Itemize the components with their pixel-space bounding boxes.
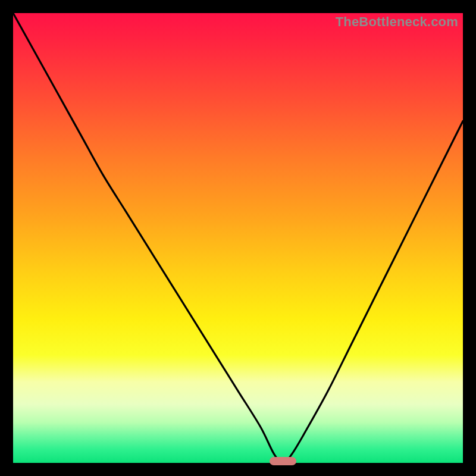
plot-area: TheBottleneck.com [13,13,463,463]
optimum-marker [270,457,296,465]
bottleneck-curve [13,13,463,463]
curve-path [13,13,463,463]
chart-frame: TheBottleneck.com [0,0,476,476]
